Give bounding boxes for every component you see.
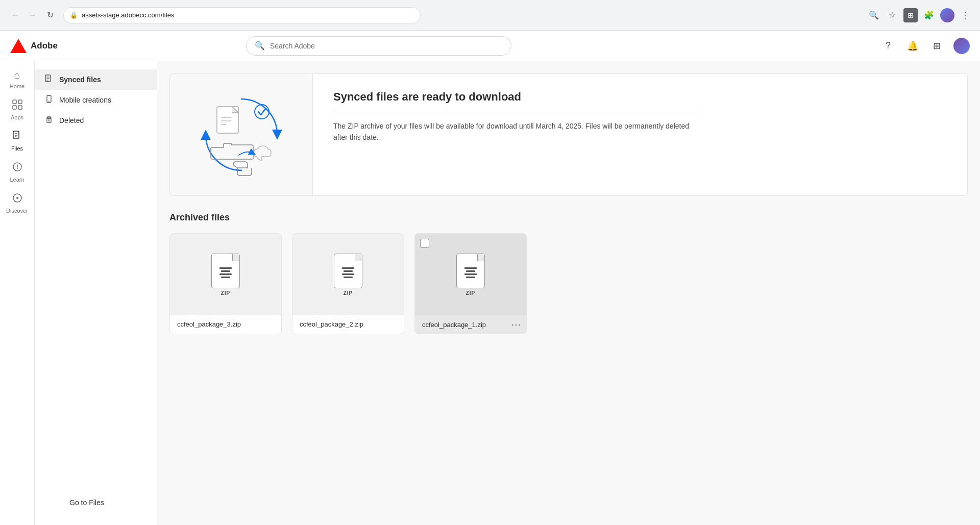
search-bar[interactable]: 🔍 Search Adobe — [246, 36, 511, 56]
synced-banner-title: Synced files are ready to download — [333, 90, 701, 104]
nav-label-synced-files: Synced files — [59, 76, 101, 84]
sidebar-item-home[interactable]: ⌂ Home — [2, 65, 33, 93]
synced-banner-description: The ZIP archive of your files will be av… — [333, 120, 701, 143]
apps-grid-button[interactable]: ⊞ — [929, 38, 945, 54]
browser-extensions-icon[interactable]: ⊞ — [903, 8, 918, 22]
deleted-icon — [45, 115, 53, 126]
synced-banner: Synced files are ready to download The Z… — [169, 73, 968, 196]
sync-illustration-svg — [190, 84, 292, 186]
nav-item-mobile-creations[interactable]: Mobile creations — [35, 90, 157, 110]
adobe-logo-icon — [10, 39, 27, 53]
archive-checkbox-pkg1[interactable] — [420, 239, 429, 248]
sidebar-label-discover: Discover — [6, 208, 28, 214]
sidebar-label-learn: Learn — [10, 177, 24, 183]
main-layout: ⌂ Home Apps — [0, 61, 980, 525]
svg-rect-3 — [13, 106, 16, 109]
zip-label-pkg1: ZIP — [466, 290, 476, 296]
help-button[interactable]: ? — [880, 38, 896, 54]
archived-section: Archived files — [169, 212, 968, 334]
browser-user-avatar[interactable] — [940, 8, 954, 22]
browser-forward-button[interactable]: → — [26, 8, 40, 22]
zip-icon-pkg1: ZIP — [453, 254, 488, 296]
notifications-button[interactable]: 🔔 — [904, 38, 921, 54]
synced-banner-illustration — [170, 74, 313, 195]
search-placeholder: Search Adobe — [270, 42, 503, 50]
go-to-files-link[interactable]: Go to Files — [69, 498, 104, 507]
browser-nav-buttons: ← → ↻ — [8, 8, 57, 22]
browser-reload-button[interactable]: ↻ — [43, 8, 57, 22]
user-avatar[interactable] — [953, 38, 970, 54]
zip-icon-pkg2: ZIP — [330, 254, 366, 296]
archived-grid: ZIP ccfeol_package_3.zip — [169, 233, 968, 334]
svg-marker-0 — [10, 39, 27, 53]
archive-name-pkg3: ccfeol_package_3.zip — [170, 315, 281, 333]
archive-name-pkg1: ccfeol_package_1.zip — [415, 316, 506, 334]
apps-icon — [12, 99, 22, 112]
sidebar-item-files[interactable]: Files — [2, 127, 33, 156]
home-icon: ⌂ — [14, 69, 20, 81]
synced-files-icon — [45, 74, 53, 85]
mobile-creations-icon — [45, 95, 53, 105]
archive-thumb-pkg3: ZIP — [170, 234, 281, 315]
nav-panel: Synced files Mobile creations — [35, 61, 157, 525]
sidebar-item-discover[interactable]: Discover — [2, 189, 33, 218]
archive-card-pkg3[interactable]: ZIP ccfeol_package_3.zip — [169, 233, 282, 334]
browser-extensions-button[interactable]: 🧩 — [922, 8, 936, 22]
zip-label-pkg3: ZIP — [221, 290, 231, 296]
search-icon: 🔍 — [255, 41, 265, 51]
learn-icon — [12, 162, 22, 174]
adobe-header: Adobe 🔍 Search Adobe ? 🔔 ⊞ — [0, 31, 980, 61]
svg-rect-4 — [18, 106, 22, 109]
sidebar: ⌂ Home Apps — [0, 61, 35, 525]
archive-more-menu-pkg1[interactable]: ⋯ — [506, 315, 526, 334]
content-area: Synced files are ready to download The Z… — [157, 61, 980, 525]
files-icon — [12, 131, 22, 143]
archive-thumb-pkg2: ZIP — [292, 234, 404, 315]
svg-point-11 — [17, 168, 18, 169]
browser-actions: 🔍 ☆ ⊞ 🧩 ⋮ — [867, 8, 972, 23]
header-right: ? 🔔 ⊞ — [880, 38, 970, 54]
nav-item-deleted[interactable]: Deleted — [35, 110, 157, 131]
svg-rect-2 — [18, 100, 22, 104]
synced-banner-content: Synced files are ready to download The Z… — [313, 74, 721, 195]
address-bar[interactable]: 🔒 assets-stage.adobecc.com/files — [63, 7, 421, 23]
sidebar-label-apps: Apps — [11, 114, 23, 120]
svg-rect-5 — [13, 131, 19, 138]
zip-icon-pkg3: ZIP — [208, 254, 243, 296]
sidebar-item-learn[interactable]: Learn — [2, 158, 33, 187]
archive-thumb-pkg1: ZIP — [415, 234, 526, 315]
svg-point-13 — [16, 197, 18, 199]
adobe-wordmark: Adobe — [31, 41, 58, 51]
archive-card-pkg1[interactable]: ZIP ccfeol_package_1.zip ⋯ — [414, 233, 527, 334]
svg-point-19 — [48, 101, 50, 102]
browser-menu-button[interactable]: ⋮ — [959, 8, 972, 23]
sidebar-label-home: Home — [10, 83, 24, 89]
discover-icon — [12, 193, 22, 206]
nav-label-mobile-creations: Mobile creations — [59, 96, 111, 104]
synced-banner-divider — [333, 112, 701, 112]
sidebar-label-files: Files — [11, 145, 23, 152]
browser-chrome: ← → ↻ 🔒 assets-stage.adobecc.com/files 🔍… — [0, 0, 980, 31]
zip-label-pkg2: ZIP — [344, 290, 353, 296]
svg-rect-20 — [47, 118, 51, 122]
browser-search-button[interactable]: 🔍 — [867, 8, 881, 22]
lock-icon: 🔒 — [70, 12, 78, 19]
svg-rect-1 — [13, 100, 16, 104]
url-text: assets-stage.adobecc.com/files — [82, 11, 414, 19]
browser-bookmark-button[interactable]: ☆ — [885, 8, 899, 22]
sidebar-item-apps[interactable]: Apps — [2, 95, 33, 124]
svg-point-29 — [255, 105, 269, 119]
adobe-logo-area[interactable]: Adobe — [10, 39, 58, 53]
browser-back-button[interactable]: ← — [8, 8, 22, 22]
nav-item-synced-files[interactable]: Synced files — [35, 69, 157, 90]
archive-card-pkg2[interactable]: ZIP ccfeol_package_2.zip — [292, 233, 404, 334]
archived-title: Archived files — [169, 212, 968, 223]
archive-name-pkg2: ccfeol_package_2.zip — [292, 315, 404, 333]
nav-label-deleted: Deleted — [59, 116, 84, 124]
